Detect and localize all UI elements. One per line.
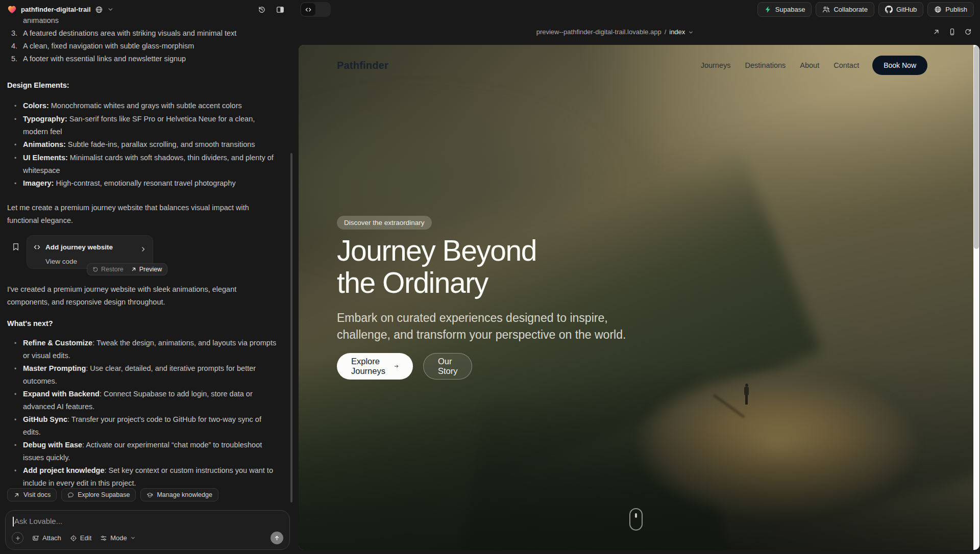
bullet-item: Add project knowledge: Set key context o… xyxy=(7,464,281,488)
site-nav: Pathfinder JourneysDestinationsAboutCont… xyxy=(299,45,973,86)
image-attach-icon xyxy=(32,535,39,542)
github-icon xyxy=(885,6,893,13)
supabase-button[interactable]: Supabase xyxy=(757,2,812,17)
target-edit-icon xyxy=(70,535,77,542)
bullet-item: Typography: San-serif fonts like SF Pro … xyxy=(7,113,281,138)
collaborate-button[interactable]: Collaborate xyxy=(816,2,874,17)
visit-docs-button[interactable]: Visit docs xyxy=(7,488,57,501)
nav-link-about[interactable]: About xyxy=(800,61,819,69)
restore-button[interactable]: Restore xyxy=(92,263,124,276)
chat-messages[interactable]: animations 3.A featured destinations are… xyxy=(0,19,291,488)
ask-toolbar: Attach Edit Mode xyxy=(12,532,283,544)
preview-pane: preview--pathfinder-digital-trail.lovabl… xyxy=(295,19,980,554)
send-button[interactable] xyxy=(271,532,283,544)
hero-badge: Discover the extraordinary xyxy=(337,216,432,230)
bullet-item: Refine & Customize: Tweak the design, an… xyxy=(7,337,281,362)
numbered-item: 5.A footer with essential links and news… xyxy=(7,53,281,65)
sidebar-panel-icon[interactable] xyxy=(276,6,284,14)
whats-next-heading: What's next? xyxy=(7,317,281,330)
restore-icon xyxy=(92,266,99,272)
chevron-down-icon xyxy=(130,535,136,541)
github-button[interactable]: GitHub xyxy=(878,2,923,17)
code-icon[interactable] xyxy=(301,3,315,16)
bullet-item: Colors: Monochromatic whites and grays w… xyxy=(7,99,281,113)
text-caret xyxy=(13,517,14,526)
chevron-down-icon xyxy=(107,6,114,13)
open-external-icon[interactable] xyxy=(933,28,940,36)
publish-button[interactable]: Publish xyxy=(927,2,974,17)
explore-journeys-button[interactable]: Explore Journeys xyxy=(337,353,413,380)
scroll-indicator-icon xyxy=(629,508,643,531)
collaborate-icon xyxy=(822,6,830,13)
nav-link-contact[interactable]: Contact xyxy=(834,61,859,69)
add-button[interactable] xyxy=(12,532,23,544)
chat-panel: animations 3.A featured destinations are… xyxy=(0,19,295,554)
bullet-item: Imagery: High-contrast, emotionally reso… xyxy=(7,177,281,190)
site-logo[interactable]: Pathfinder xyxy=(337,60,388,71)
top-bar: pathfinder-digital-trail SupabaseCollabo… xyxy=(0,0,980,19)
chevron-right-icon xyxy=(140,244,146,250)
history-icon[interactable] xyxy=(258,6,266,14)
code-icon xyxy=(33,243,41,251)
ask-input-box[interactable]: Ask Lovable... Attach Edit xyxy=(5,510,290,550)
nav-link-journeys[interactable]: Journeys xyxy=(701,61,731,69)
result-paragraph: I've created a premium journey website w… xyxy=(7,283,281,309)
arrow-up-right-icon xyxy=(131,266,137,272)
code-preview-toggle[interactable] xyxy=(300,2,331,17)
nav-link-destinations[interactable]: Destinations xyxy=(745,61,786,69)
graduation-cap-icon xyxy=(146,492,153,498)
hero-paragraph: Embark on curated experiences designed t… xyxy=(337,310,643,343)
preview-url[interactable]: preview--pathfinder-digital-trail.lovabl… xyxy=(536,28,694,36)
site-scrollbar[interactable] xyxy=(973,45,979,550)
book-now-button[interactable]: Book Now xyxy=(872,56,927,75)
preview-url-bar: preview--pathfinder-digital-trail.lovabl… xyxy=(295,19,980,45)
arrow-right-icon xyxy=(394,362,399,370)
bullet-item: Animations: Subtle fade-ins, parallax sc… xyxy=(7,138,281,152)
mobile-device-icon[interactable] xyxy=(948,28,956,36)
our-story-button[interactable]: Our Story xyxy=(423,353,473,380)
numbered-item: 4.A clean, fixed navigation with subtle … xyxy=(7,40,281,53)
project-menu[interactable]: pathfinder-digital-trail xyxy=(7,0,114,19)
project-visibility-globe-icon xyxy=(95,6,103,14)
topbar-actions: SupabaseCollaborateGitHubPublish xyxy=(757,2,974,17)
button-label: Supabase xyxy=(775,6,805,13)
supabase-icon xyxy=(764,6,772,13)
next-bullet-list: Refine & Customize: Tweak the design, an… xyxy=(7,337,281,488)
ask-input[interactable]: Ask Lovable... xyxy=(13,517,282,525)
manage-knowledge-button[interactable]: Manage knowledge xyxy=(140,488,218,501)
lead-paragraph: Let me create a premium journey website … xyxy=(7,202,281,227)
numbered-item: 3.A featured destinations area with stri… xyxy=(7,27,281,40)
chevron-down-icon xyxy=(688,29,694,35)
project-name: pathfinder-digital-trail xyxy=(21,6,91,13)
edit-button[interactable]: Edit xyxy=(70,534,91,542)
edit-card-title: Add journey website xyxy=(45,241,135,254)
chat-bubble-icon xyxy=(67,492,74,498)
lovable-app: pathfinder-digital-trail SupabaseCollabo… xyxy=(0,0,980,554)
hero-heading: Journey Beyond the Ordinary xyxy=(337,235,536,299)
button-label: Visit docs xyxy=(23,491,51,498)
clipped-text-line: animations xyxy=(7,19,281,27)
bullet-item: Debug with Ease: Activate our experiment… xyxy=(7,439,281,464)
mode-button[interactable]: Mode xyxy=(100,534,136,542)
restore-preview-pill: Restore Preview xyxy=(87,263,167,275)
preview-button[interactable]: Preview xyxy=(131,263,162,276)
attach-button[interactable]: Attach xyxy=(32,534,61,542)
sliders-icon xyxy=(100,535,107,542)
chat-footer-buttons: Visit docsExplore SupabaseManage knowled… xyxy=(7,488,218,501)
hero-buttons: Explore Journeys Our Story xyxy=(337,353,472,380)
bullet-item: UI Elements: Minimalist cards with soft … xyxy=(7,152,281,177)
publish-globe-icon xyxy=(934,6,942,13)
site-nav-links: JourneysDestinationsAboutContact xyxy=(701,61,860,69)
design-bullet-list: Colors: Monochromatic whites and grays w… xyxy=(7,99,281,190)
button-label: GitHub xyxy=(896,6,917,13)
bullet-item: Expand with Backend: Connect Supabase to… xyxy=(7,388,281,413)
site-preview-frame[interactable]: Pathfinder JourneysDestinationsAboutCont… xyxy=(299,45,979,550)
preview-toggle-segment[interactable] xyxy=(315,3,330,16)
explore-supabase-button[interactable]: Explore Supabase xyxy=(61,488,136,501)
lovable-heart-logo xyxy=(7,5,17,14)
bookmark-icon[interactable] xyxy=(11,242,20,251)
refresh-icon[interactable] xyxy=(964,28,972,36)
chat-scrollbar[interactable] xyxy=(290,153,292,502)
scrollbar-thumb[interactable] xyxy=(974,46,979,249)
external-link-icon xyxy=(13,492,20,498)
